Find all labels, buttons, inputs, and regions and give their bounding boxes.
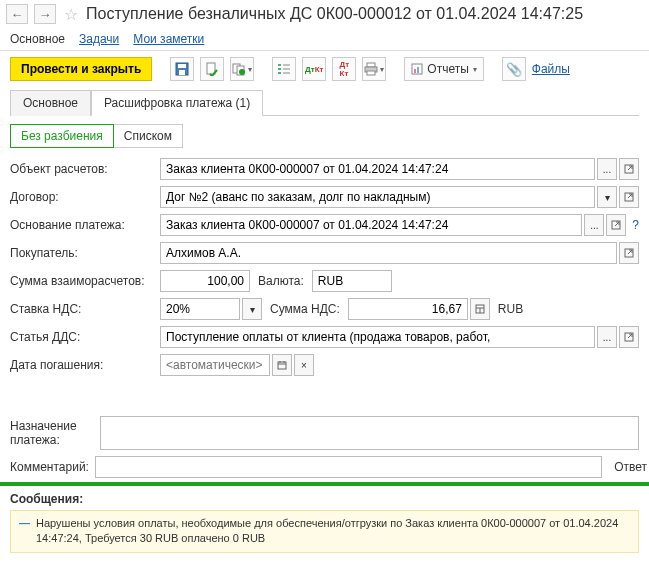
calendar-icon	[277, 360, 287, 370]
subtab-list[interactable]: Списком	[113, 124, 183, 148]
tab-decode[interactable]: Расшифровка платежа (1)	[91, 90, 263, 116]
create-based-on-button[interactable]	[230, 57, 254, 81]
pay-date-label: Дата погашения:	[10, 358, 160, 372]
svg-rect-27	[278, 362, 286, 369]
svg-rect-2	[179, 70, 185, 75]
object-input[interactable]	[160, 158, 595, 180]
dds-open-button[interactable]	[619, 326, 639, 348]
currency-label: Валюта:	[258, 274, 304, 288]
subtab-no-split[interactable]: Без разбиения	[10, 124, 114, 148]
vat-rate-label: Ставка НДС:	[10, 302, 160, 316]
svg-rect-8	[278, 68, 281, 70]
open-icon	[624, 192, 634, 202]
forward-button[interactable]: →	[34, 4, 56, 24]
object-label: Объект расчетов:	[10, 162, 160, 176]
docs-icon	[232, 62, 246, 76]
open-icon	[611, 220, 621, 230]
svg-rect-9	[278, 72, 281, 74]
messages-title: Сообщения:	[10, 492, 639, 506]
dtkt-alt-button[interactable]: ДтКт	[332, 57, 356, 81]
attach-button[interactable]: 📎	[502, 57, 526, 81]
post-button[interactable]	[200, 57, 224, 81]
sum-input[interactable]	[160, 270, 250, 292]
subnav-main[interactable]: Основное	[10, 32, 65, 46]
pay-date-clear-button[interactable]: ×	[294, 354, 314, 376]
buyer-input[interactable]	[160, 242, 617, 264]
vat-rate-input[interactable]	[160, 298, 240, 320]
open-icon	[624, 248, 634, 258]
open-icon	[624, 164, 634, 174]
dds-label: Статья ДДС:	[10, 330, 160, 344]
vat-sum-label: Сумма НДС:	[270, 302, 340, 316]
object-select-button[interactable]: ...	[597, 158, 617, 180]
dtkt-alt-icon: ДтКт	[340, 60, 350, 78]
favorite-star-icon[interactable]: ☆	[62, 5, 80, 23]
paperclip-icon: 📎	[506, 62, 522, 77]
comment-label: Комментарий:	[10, 460, 89, 474]
svg-rect-15	[367, 71, 375, 75]
vat-rate-dropdown-button[interactable]: ▾	[242, 298, 262, 320]
comment-input[interactable]	[95, 456, 602, 478]
contract-input[interactable]	[160, 186, 595, 208]
svg-rect-17	[414, 69, 416, 73]
dds-select-button[interactable]: ...	[597, 326, 617, 348]
dds-input[interactable]	[160, 326, 595, 348]
object-open-button[interactable]	[619, 158, 639, 180]
floppy-icon	[175, 62, 189, 76]
purpose-label: Назначение платежа:	[10, 416, 100, 450]
svg-rect-13	[367, 63, 375, 67]
print-button[interactable]	[362, 57, 386, 81]
structure-button[interactable]	[272, 57, 296, 81]
svg-rect-1	[178, 64, 186, 68]
open-icon	[624, 332, 634, 342]
dtcr-icon: ДтКт	[305, 65, 323, 74]
basis-select-button[interactable]: ...	[584, 214, 604, 236]
pay-date-input[interactable]	[160, 354, 270, 376]
buyer-open-button[interactable]	[619, 242, 639, 264]
purpose-textarea[interactable]	[100, 416, 639, 450]
back-button[interactable]: ←	[6, 4, 28, 24]
report-icon	[411, 63, 423, 75]
buyer-label: Покупатель:	[10, 246, 160, 260]
svg-rect-7	[278, 64, 281, 66]
calculator-icon	[475, 304, 485, 314]
contract-open-button[interactable]	[619, 186, 639, 208]
vat-currency-label: RUB	[498, 302, 523, 316]
message-item[interactable]: — Нарушены условия оплаты, необходимые д…	[10, 510, 639, 553]
files-link[interactable]: Файлы	[532, 62, 570, 76]
basis-help-icon[interactable]: ?	[632, 218, 639, 232]
svg-rect-18	[417, 67, 419, 73]
dtcr-button[interactable]: ДтКт	[302, 57, 326, 81]
responsible-label: Ответ	[614, 460, 647, 474]
basis-open-button[interactable]	[606, 214, 626, 236]
save-button[interactable]	[170, 57, 194, 81]
page-title: Поступление безналичных ДС 0К00-000012 о…	[86, 5, 583, 23]
subnav-tasks[interactable]: Задачи	[79, 32, 119, 46]
message-dash-icon: —	[19, 516, 30, 547]
contract-dropdown-button[interactable]: ▾	[597, 186, 617, 208]
currency-input[interactable]	[312, 270, 392, 292]
tree-icon	[277, 62, 291, 76]
svg-point-6	[239, 69, 245, 75]
post-and-close-button[interactable]: Провести и закрыть	[10, 57, 152, 81]
basis-label: Основание платежа:	[10, 218, 160, 232]
subnav-notes[interactable]: Мои заметки	[133, 32, 204, 46]
sum-label: Сумма взаиморасчетов:	[10, 274, 160, 288]
pay-date-calendar-button[interactable]	[272, 354, 292, 376]
tab-main[interactable]: Основное	[10, 90, 91, 116]
contract-label: Договор:	[10, 190, 160, 204]
message-text: Нарушены условия оплаты, необходимые для…	[36, 516, 630, 547]
reports-button[interactable]: Отчеты ▾	[404, 57, 483, 81]
basis-input[interactable]	[160, 214, 582, 236]
vat-sum-input[interactable]	[348, 298, 468, 320]
vat-sum-calc-button[interactable]	[470, 298, 490, 320]
print-icon	[364, 62, 378, 76]
document-check-icon	[205, 62, 219, 76]
